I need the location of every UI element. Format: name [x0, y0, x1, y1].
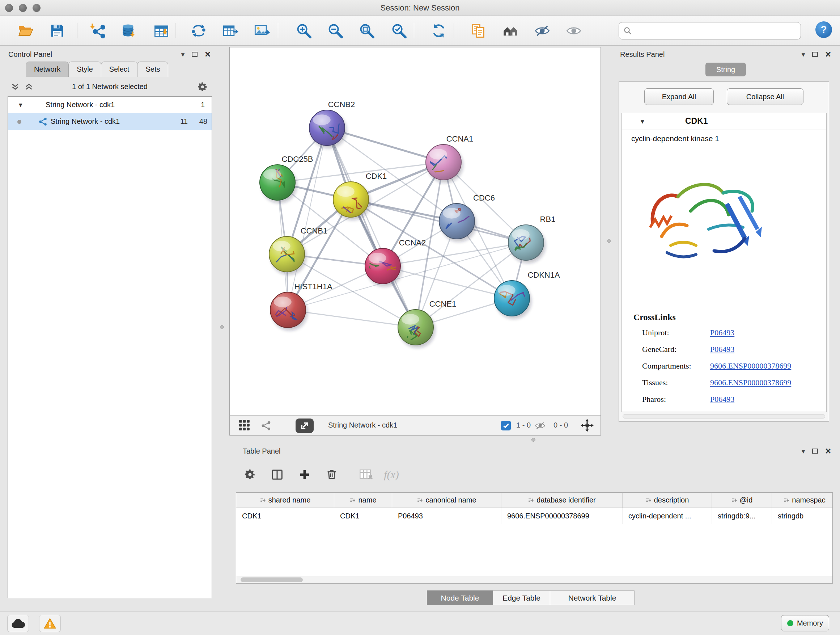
zoom-in-button[interactable]: [294, 21, 314, 41]
tab-edge-table[interactable]: Edge Table: [493, 591, 550, 605]
zoom-out-button[interactable]: [325, 21, 346, 41]
function-builder-button[interactable]: f(x): [379, 466, 404, 483]
network-node-rb1[interactable]: RB1: [508, 215, 555, 263]
panel-maximize-icon[interactable]: [192, 52, 197, 57]
import-network-from-database-button[interactable]: [118, 21, 138, 41]
network-row[interactable]: String Network - cdk1 11 48: [8, 113, 212, 130]
crosslink-link[interactable]: P06493: [710, 328, 734, 337]
table-cell[interactable]: cyclin-dependent ...: [622, 508, 712, 524]
grid-view-icon[interactable]: [239, 420, 250, 431]
column-header[interactable]: canonical name: [392, 493, 501, 508]
network-collection-row[interactable]: ▾ String Network - cdk1 1: [8, 97, 212, 113]
close-window-button[interactable]: [5, 4, 13, 12]
minimize-window-button[interactable]: [19, 4, 27, 12]
network-edge[interactable]: [288, 242, 526, 310]
vertical-splitter-handle[interactable]: [607, 239, 611, 243]
refresh-layout-button[interactable]: [429, 21, 449, 41]
help-button[interactable]: ?: [815, 21, 832, 38]
search-input[interactable]: [636, 27, 796, 35]
export-network-button[interactable]: [188, 21, 209, 41]
table-cell[interactable]: stringdb: [772, 508, 833, 524]
open-in-new-window-button[interactable]: [295, 418, 314, 433]
network-edge[interactable]: [327, 128, 416, 327]
expand-all-button[interactable]: Expand All: [644, 88, 714, 105]
memory-button[interactable]: Memory: [781, 615, 829, 631]
zoom-fit-button[interactable]: [357, 21, 377, 41]
network-view-icon[interactable]: [261, 420, 272, 431]
table-cell[interactable]: CDK1: [236, 508, 334, 524]
tab-select[interactable]: Select: [101, 62, 138, 77]
column-header[interactable]: @id: [712, 493, 772, 508]
crosslink-link[interactable]: P06493: [710, 345, 734, 354]
save-session-button[interactable]: [47, 21, 67, 41]
table-cell[interactable]: P06493: [392, 508, 501, 524]
import-network-from-file-button[interactable]: [88, 21, 108, 41]
tab-network[interactable]: Network: [26, 62, 69, 77]
tab-style[interactable]: Style: [68, 62, 101, 77]
network-node-cdc6[interactable]: CDC6: [437, 193, 495, 242]
pan-crosshair-icon[interactable]: [581, 419, 594, 432]
table-horizontal-scrollbar[interactable]: [236, 576, 832, 583]
panel-maximize-icon[interactable]: [812, 52, 818, 57]
table-cell[interactable]: CDK1: [334, 508, 392, 524]
network-graph[interactable]: CCNB2CCNA1CDC25BCDK1CDC6RB1CCNB1CCNA2CDK…: [230, 48, 600, 415]
panel-collapse-icon[interactable]: ▾: [802, 448, 805, 455]
column-header[interactable]: database identifier: [501, 493, 622, 508]
network-options-button[interactable]: [197, 81, 208, 92]
open-session-button[interactable]: [16, 21, 36, 41]
delete-table-button[interactable]: [358, 466, 374, 483]
column-header[interactable]: name: [334, 493, 392, 508]
tab-node-table[interactable]: Node Table: [427, 591, 493, 605]
show-columns-button[interactable]: [269, 466, 286, 483]
warnings-button[interactable]: [39, 615, 61, 632]
tab-network-table[interactable]: Network Table: [550, 591, 635, 605]
column-header[interactable]: shared name: [236, 493, 334, 508]
table-cell[interactable]: stringdb:9...: [712, 508, 772, 524]
zoom-selected-button[interactable]: [389, 21, 409, 41]
vertical-splitter-handle[interactable]: [220, 325, 224, 329]
network-node-cdkn1a[interactable]: CDKN1A: [489, 271, 560, 319]
panel-collapse-icon[interactable]: ▾: [181, 51, 185, 58]
table-cell[interactable]: 9606.ENSP00000378699: [501, 508, 622, 524]
crosslink-link[interactable]: P06493: [710, 394, 734, 404]
horizontal-splitter-handle[interactable]: [531, 438, 535, 442]
tab-string[interactable]: String: [706, 63, 746, 76]
network-snapshot-button[interactable]: [468, 21, 488, 41]
birds-eye-view-button[interactable]: [500, 21, 521, 41]
search-box[interactable]: [619, 22, 801, 40]
panel-close-icon[interactable]: ×: [825, 447, 831, 455]
zoom-window-button[interactable]: [33, 4, 41, 12]
check-icon: [502, 422, 510, 429]
show-panels-button[interactable]: [564, 21, 584, 41]
titlebar[interactable]: Session: New Session: [0, 0, 840, 16]
scrollbar-thumb[interactable]: [240, 578, 303, 582]
cloud-button[interactable]: [7, 615, 29, 632]
export-table-button[interactable]: [220, 21, 240, 41]
column-header[interactable]: namespac: [772, 493, 833, 508]
import-table-button[interactable]: [151, 21, 172, 41]
panel-collapse-icon[interactable]: ▾: [802, 51, 805, 58]
export-image-button[interactable]: [252, 21, 272, 41]
panel-close-icon[interactable]: ×: [825, 50, 831, 58]
crosslink-link[interactable]: 9606.ENSP00000378699: [710, 378, 791, 387]
tree-expand-icon[interactable]: ▾: [19, 101, 22, 109]
tab-sets[interactable]: Sets: [137, 62, 168, 77]
hide-panels-button[interactable]: [532, 21, 553, 41]
network-node-ccna1[interactable]: CCNA1: [419, 134, 473, 186]
network-edge[interactable]: [351, 200, 526, 242]
panel-close-icon[interactable]: ×: [205, 50, 210, 58]
delete-column-button[interactable]: [324, 466, 340, 483]
protein-panel-header[interactable]: ▾ CDK1: [622, 113, 826, 130]
collapse-all-button[interactable]: Collapse All: [727, 88, 804, 105]
column-header[interactable]: description: [622, 493, 712, 508]
crosslink-link[interactable]: 9606.ENSP00000378699: [710, 361, 791, 371]
selected-nodes-checkbox[interactable]: [501, 421, 511, 431]
results-scrollbar[interactable]: [622, 414, 825, 418]
panel-maximize-icon[interactable]: [812, 448, 818, 454]
network-node-ccnb1[interactable]: CCNB1: [266, 226, 327, 275]
add-column-button[interactable]: [296, 466, 313, 483]
table-options-button[interactable]: [242, 466, 258, 483]
network-node-hist1h1a[interactable]: HIST1H1A: [270, 282, 332, 331]
section-collapse-icon[interactable]: ▾: [641, 117, 644, 126]
table-row[interactable]: CDK1CDK1P064939606.ENSP00000378699cyclin…: [236, 508, 832, 524]
